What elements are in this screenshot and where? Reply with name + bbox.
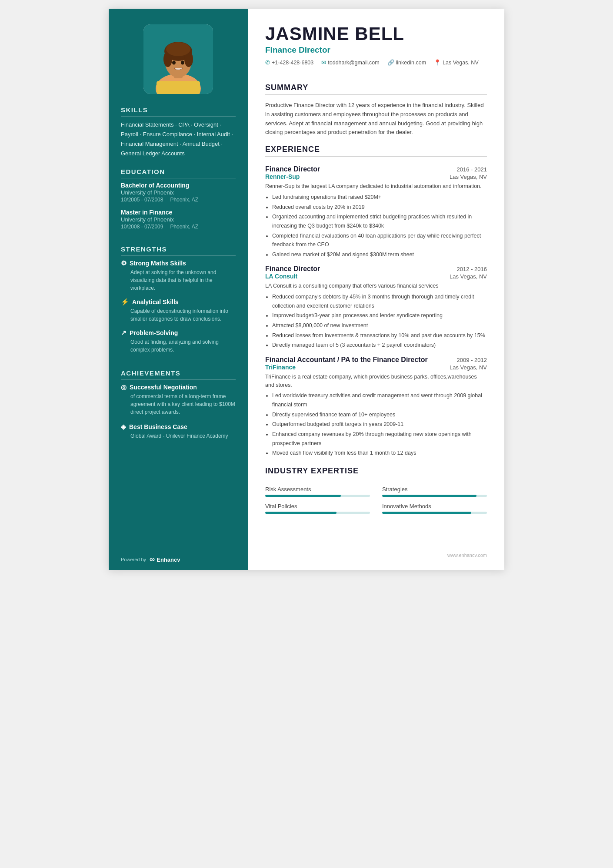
- industry-item: Strategies: [382, 486, 487, 497]
- achievements-list: ◎ Successful Negotiation of commercial t…: [121, 383, 236, 440]
- industry-label: Innovative Methods: [382, 503, 487, 509]
- exp-company: Renner-Sup: [265, 173, 300, 180]
- experience-section-title: EXPERIENCE: [265, 145, 487, 157]
- industry-item: Vital Policies: [265, 503, 370, 514]
- achievement-item: ◈ Best Business Case Global Award - Unil…: [121, 423, 236, 440]
- contact-row: ✆ +1-428-428-6803 ✉ toddhark@gmail.com 🔗…: [265, 59, 487, 66]
- edu-dates: 10/2005 - 07/2008 Phoenix, AZ: [121, 197, 236, 203]
- exp-bullets: Led fundraising operations that raised $…: [265, 193, 487, 259]
- svg-point-7: [166, 42, 190, 56]
- exp-location: Las Vegas, NV: [450, 174, 487, 180]
- bullet-item: Improved budget/3-year plan processes an…: [272, 311, 487, 320]
- industry-label: Strategies: [382, 486, 487, 493]
- achievements-section: ACHIEVEMENTS ◎ Successful Negotiation of…: [109, 369, 248, 456]
- powered-by-label: Powered by: [121, 557, 146, 562]
- summary-text: Productive Finance Director with 12 year…: [265, 101, 487, 137]
- location-value: Las Vegas, NV: [443, 60, 479, 66]
- bullet-item: Directly supervised finance team of 10+ …: [272, 410, 487, 419]
- edu-school: University of Phoenix: [121, 216, 236, 223]
- education-section: EDUCATION Bachelor of Accounting Univers…: [109, 168, 248, 245]
- achievement-desc: Global Award - Unilever Finance Academy: [121, 432, 236, 440]
- bullet-item: Completed financial evaluations on 40 lo…: [272, 231, 487, 249]
- strength-title-row: ↗ Problem-Solving: [121, 329, 236, 337]
- resume-container: SKILLS Financial Statements · CPA · Over…: [109, 9, 504, 570]
- achievement-item: ◎ Successful Negotiation of commercial t…: [121, 383, 236, 416]
- edu-date-range: 10/2005 - 07/2008: [121, 197, 163, 203]
- strength-item: ↗ Problem-Solving Good at finding, analy…: [121, 329, 236, 354]
- exp-desc: LA Consult is a consulting company that …: [265, 282, 487, 290]
- industry-label: Risk Assessments: [265, 486, 370, 493]
- industry-grid: Risk Assessments Strategies Vital Polici…: [265, 486, 487, 514]
- exp-company-row: TriFinance Las Vegas, NV: [265, 364, 487, 371]
- exp-dates: 2016 - 2021: [457, 166, 487, 173]
- candidate-title: Finance Director: [265, 45, 487, 55]
- strength-icon: ⚙: [121, 259, 127, 267]
- achievement-icon: ◎: [121, 383, 127, 391]
- sidebar: SKILLS Financial Statements · CPA · Over…: [109, 9, 248, 570]
- edu-location: Phoenix, AZ: [170, 197, 198, 203]
- exp-company-row: LA Consult Las Vegas, NV: [265, 273, 487, 280]
- logo-text: Enhancv: [157, 556, 180, 563]
- main-footer: www.enhancv.com: [265, 546, 487, 558]
- skills-list: Financial Statements · CPA · Oversight ·…: [121, 120, 236, 158]
- bullet-item: Enhanced company revenues by 20% through…: [272, 430, 487, 448]
- link-icon: 🔗: [387, 59, 394, 66]
- exp-role: Financial Accountant / PA to the Finance…: [265, 356, 428, 364]
- exp-bullets: Led worldwide treasury activities and cr…: [265, 391, 487, 457]
- achievement-icon: ◈: [121, 423, 126, 431]
- industry-bar-bg: [265, 512, 370, 514]
- profile-photo: [143, 24, 213, 94]
- bullet-item: Directly managed team of 5 (3 accountant…: [272, 341, 487, 350]
- strength-title-row: ⚡ Analytical Skills: [121, 298, 236, 306]
- exp-header: Financial Accountant / PA to the Finance…: [265, 356, 487, 364]
- skills-title: SKILLS: [121, 106, 236, 117]
- exp-company: TriFinance: [265, 364, 296, 371]
- exp-company: LA Consult: [265, 273, 297, 280]
- location-icon: 📍: [434, 59, 441, 66]
- strength-title: Problem-Solving: [130, 329, 178, 336]
- phone-contact: ✆ +1-428-428-6803: [265, 59, 313, 66]
- enhancv-logo: ∞ Enhancv: [150, 555, 180, 564]
- location-contact: 📍 Las Vegas, NV: [434, 59, 479, 66]
- industry-bar-fill: [265, 512, 336, 514]
- industry-item: Innovative Methods: [382, 503, 487, 514]
- achievement-title: Successful Negotiation: [130, 384, 197, 391]
- exp-location: Las Vegas, NV: [450, 364, 487, 371]
- email-icon: ✉: [321, 59, 326, 66]
- strength-title-row: ⚙ Strong Maths Skills: [121, 259, 236, 267]
- edu-school: University of Phoenix: [121, 189, 236, 196]
- achievements-title: ACHIEVEMENTS: [121, 369, 236, 380]
- bullet-item: Led worldwide treasury activities and cr…: [272, 391, 487, 409]
- strength-title: Strong Maths Skills: [130, 260, 186, 267]
- exp-location: Las Vegas, NV: [450, 273, 487, 280]
- industry-bar-fill: [265, 495, 341, 497]
- summary-section-title: SUMMARY: [265, 83, 487, 95]
- bullet-item: Gained new market of $20M and signed $30…: [272, 250, 487, 259]
- svg-rect-10: [157, 81, 200, 94]
- experience-item: Finance Director 2016 - 2021 Renner-Sup …: [265, 165, 487, 259]
- industry-item: Risk Assessments: [265, 486, 370, 497]
- svg-point-9: [181, 61, 184, 65]
- exp-role: Finance Director: [265, 165, 320, 173]
- bullet-item: Reduced overall costs by 20% in 2019: [272, 203, 487, 212]
- industry-label: Vital Policies: [265, 503, 370, 509]
- exp-dates: 2009 - 2012: [457, 357, 487, 363]
- strength-icon: ↗: [121, 329, 127, 337]
- exp-dates: 2012 - 2016: [457, 266, 487, 272]
- achievement-title-row: ◎ Successful Negotiation: [121, 383, 236, 391]
- bullet-item: Reduced losses from investments & transa…: [272, 331, 487, 340]
- education-item: Bachelor of Accounting University of Pho…: [121, 182, 236, 203]
- bullet-item: Reduced company's debtors by 45% in 3 mo…: [272, 292, 487, 310]
- photo-area: [109, 9, 248, 106]
- experience-list: Finance Director 2016 - 2021 Renner-Sup …: [265, 159, 487, 459]
- exp-header: Finance Director 2012 - 2016: [265, 265, 487, 273]
- industry-bar-bg: [265, 495, 370, 497]
- achievement-desc: of commercial terms of a long-term frame…: [121, 392, 236, 416]
- industry-section-title: INDUSTRY EXPERTISE: [265, 466, 487, 478]
- strength-item: ⚡ Analytical Skills Capable of deconstru…: [121, 298, 236, 323]
- svg-point-8: [172, 61, 176, 65]
- experience-item: Financial Accountant / PA to the Finance…: [265, 356, 487, 458]
- strengths-list: ⚙ Strong Maths Skills Adept at solving f…: [121, 259, 236, 354]
- education-title: EDUCATION: [121, 168, 236, 178]
- experience-item: Finance Director 2012 - 2016 LA Consult …: [265, 265, 487, 350]
